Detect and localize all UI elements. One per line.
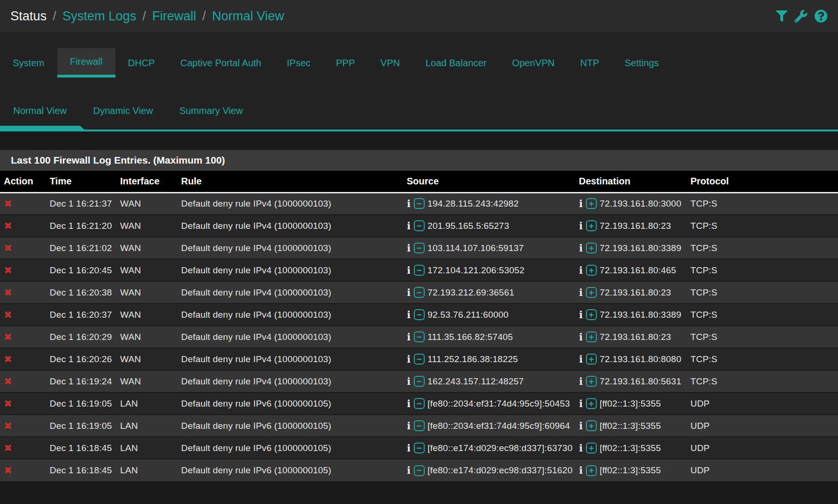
- destination-info-icon[interactable]: i: [579, 443, 583, 454]
- source-info-icon[interactable]: i: [407, 420, 411, 432]
- easyrule-block-icon[interactable]: −: [414, 265, 425, 276]
- easyrule-pass-icon[interactable]: +: [586, 465, 597, 476]
- deny-action-icon[interactable]: ✖: [4, 398, 12, 409]
- easyrule-pass-icon[interactable]: +: [586, 376, 597, 387]
- tab-system[interactable]: System: [0, 48, 57, 78]
- easyrule-block-icon[interactable]: −: [414, 309, 425, 320]
- wrench-icon[interactable]: [794, 10, 807, 23]
- tab-load-balancer[interactable]: Load Balancer: [413, 48, 499, 78]
- easyrule-pass-icon[interactable]: +: [586, 265, 597, 276]
- tab-settings[interactable]: Settings: [612, 48, 672, 78]
- easyrule-block-icon[interactable]: −: [414, 420, 425, 431]
- deny-action-icon[interactable]: ✖: [4, 420, 12, 431]
- easyrule-pass-icon[interactable]: +: [586, 198, 597, 209]
- deny-action-icon[interactable]: ✖: [4, 287, 12, 298]
- deny-action-icon[interactable]: ✖: [4, 265, 12, 276]
- log-time: Dec 1 16:19:24: [46, 370, 116, 392]
- tab-openvpn[interactable]: OpenVPN: [499, 48, 567, 78]
- destination-info-icon[interactable]: i: [579, 265, 583, 276]
- source-info-icon[interactable]: i: [407, 198, 411, 209]
- destination-info-icon[interactable]: i: [579, 420, 583, 432]
- help-icon[interactable]: [814, 9, 828, 23]
- destination-info-icon[interactable]: i: [579, 354, 583, 365]
- column-header-source: Source: [403, 171, 575, 192]
- source-info-icon[interactable]: i: [407, 220, 411, 232]
- source-info-icon[interactable]: i: [407, 376, 411, 387]
- destination-address: 72.193.161.80:23: [600, 221, 671, 231]
- log-interface: WAN: [116, 281, 177, 304]
- easyrule-block-icon[interactable]: −: [414, 198, 425, 209]
- tab-dhcp[interactable]: DHCP: [115, 48, 168, 78]
- easyrule-block-icon[interactable]: −: [414, 465, 425, 476]
- source-info-icon[interactable]: i: [407, 443, 411, 454]
- destination-info-icon[interactable]: i: [579, 309, 583, 321]
- breadcrumb-normal-view[interactable]: Normal View: [212, 9, 284, 24]
- source-info-icon[interactable]: i: [407, 398, 411, 409]
- deny-action-icon[interactable]: ✖: [4, 443, 12, 453]
- subtab-normal-view[interactable]: Normal View: [0, 92, 80, 130]
- destination-info-icon[interactable]: i: [579, 376, 583, 387]
- easyrule-block-icon[interactable]: −: [414, 354, 425, 365]
- easyrule-pass-icon[interactable]: +: [586, 331, 597, 342]
- source-info-icon[interactable]: i: [407, 354, 411, 365]
- easyrule-pass-icon[interactable]: +: [586, 443, 597, 453]
- source-info-icon[interactable]: i: [407, 465, 411, 476]
- pfsense-firewall-log-page: Status / System Logs / Firewall / Normal…: [0, 0, 838, 504]
- tab-firewall[interactable]: Firewall: [57, 48, 115, 78]
- log-time: Dec 1 16:20:37: [46, 304, 116, 326]
- log-protocol: TCP:S: [687, 192, 838, 215]
- deny-action-icon[interactable]: ✖: [4, 354, 12, 365]
- easyrule-pass-icon[interactable]: +: [586, 309, 597, 320]
- tab-vpn[interactable]: VPN: [368, 48, 413, 78]
- log-interface: WAN: [116, 304, 177, 326]
- easyrule-block-icon[interactable]: −: [414, 331, 425, 342]
- tab-ppp[interactable]: PPP: [323, 48, 368, 78]
- deny-action-icon[interactable]: ✖: [4, 309, 12, 320]
- easyrule-block-icon[interactable]: −: [414, 243, 425, 253]
- easyrule-block-icon[interactable]: −: [414, 287, 425, 298]
- easyrule-block-icon[interactable]: −: [414, 376, 425, 387]
- breadcrumb-firewall[interactable]: Firewall: [152, 9, 196, 24]
- deny-action-icon[interactable]: ✖: [4, 331, 12, 342]
- destination-info-icon[interactable]: i: [579, 198, 583, 209]
- tab-navigation: SystemFirewallDHCPCaptive Portal AuthIPs…: [0, 32, 838, 131]
- deny-action-icon[interactable]: ✖: [4, 198, 12, 209]
- easyrule-block-icon[interactable]: −: [414, 398, 425, 409]
- source-info-icon[interactable]: i: [407, 331, 411, 343]
- column-header-interface: Interface: [116, 171, 177, 192]
- easyrule-pass-icon[interactable]: +: [586, 243, 597, 253]
- destination-info-icon[interactable]: i: [579, 331, 583, 343]
- destination-info-icon[interactable]: i: [579, 465, 583, 476]
- source-info-icon[interactable]: i: [407, 309, 411, 321]
- easyrule-block-icon[interactable]: −: [414, 220, 425, 231]
- source-info-icon[interactable]: i: [407, 265, 411, 276]
- deny-action-icon[interactable]: ✖: [4, 220, 12, 231]
- log-interface: LAN: [116, 437, 177, 459]
- easyrule-pass-icon[interactable]: +: [586, 398, 597, 409]
- filter-icon[interactable]: [776, 10, 787, 22]
- destination-info-icon[interactable]: i: [579, 243, 583, 254]
- source-info-icon[interactable]: i: [407, 243, 411, 254]
- easyrule-pass-icon[interactable]: +: [586, 287, 597, 298]
- tab-ipsec[interactable]: IPsec: [274, 48, 323, 78]
- deny-action-icon[interactable]: ✖: [4, 243, 12, 253]
- source-address: [fe80::e174:d029:ec98:d337]:63730: [428, 443, 573, 453]
- subtab-summary-view[interactable]: Summary View: [166, 92, 256, 130]
- destination-info-icon[interactable]: i: [579, 398, 583, 409]
- tab-ntp[interactable]: NTP: [567, 48, 612, 78]
- easyrule-pass-icon[interactable]: +: [586, 354, 597, 365]
- destination-info-icon[interactable]: i: [579, 287, 583, 298]
- easyrule-block-icon[interactable]: −: [414, 443, 425, 453]
- easyrule-pass-icon[interactable]: +: [586, 220, 597, 231]
- easyrule-pass-icon[interactable]: +: [586, 420, 597, 431]
- breadcrumb-system-logs[interactable]: System Logs: [62, 9, 136, 24]
- source-info-icon[interactable]: i: [407, 287, 411, 298]
- destination-info-icon[interactable]: i: [579, 220, 583, 232]
- deny-action-icon[interactable]: ✖: [4, 465, 12, 476]
- deny-action-icon[interactable]: ✖: [4, 376, 12, 387]
- table-row: ✖ Dec 1 16:20:26 WAN Default deny rule I…: [0, 348, 838, 370]
- table-row: ✖ Dec 1 16:21:02 WAN Default deny rule I…: [0, 237, 838, 259]
- tab-captive-portal-auth[interactable]: Captive Portal Auth: [167, 48, 274, 78]
- subtab-dynamic-view[interactable]: Dynamic View: [80, 92, 166, 130]
- destination-address: 72.193.161.80:23: [600, 332, 671, 342]
